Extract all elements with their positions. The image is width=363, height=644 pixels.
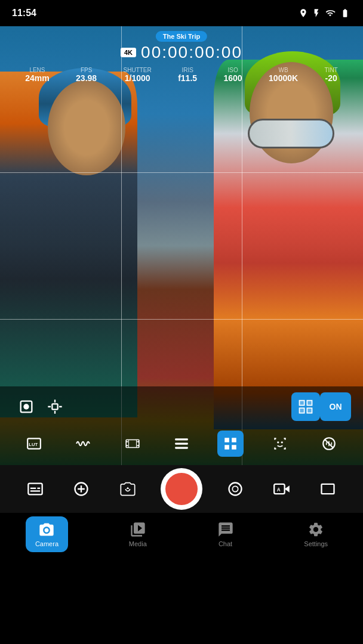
- iso-value: 1600: [224, 73, 242, 83]
- vf-top-row: ON: [0, 386, 363, 426]
- tint-label: TINT: [325, 67, 338, 73]
- info-fps: FPS 23.98: [76, 67, 97, 83]
- face-icon: [272, 436, 288, 451]
- waveform-icon: [75, 436, 91, 451]
- viewfinder: The Ski Trip 4K 00:00:00:00 LENS 24mm FP…: [0, 26, 363, 465]
- filmstrip-icon: [125, 436, 140, 451]
- device-icon: [312, 8, 321, 18]
- nav-item-chat[interactable]: Chat: [208, 516, 244, 552]
- settings-nav-icon: [307, 521, 324, 538]
- camera-info-bar: LENS 24mm FPS 23.98 SHUTTER 1/1000 IRIS …: [0, 67, 363, 83]
- fps-label: FPS: [81, 67, 92, 73]
- chat-nav-icon: [217, 521, 234, 538]
- badge-4k: 4K: [121, 48, 136, 57]
- camera-nav-label: Camera: [35, 540, 59, 547]
- lut-icon: LUT: [26, 436, 42, 451]
- anamorphic-btn[interactable]: [168, 431, 195, 457]
- block-icon-btn[interactable]: [316, 431, 342, 457]
- on-btn[interactable]: ON: [320, 392, 351, 421]
- record-button[interactable]: [161, 468, 202, 510]
- nav-item-camera[interactable]: Camera: [26, 516, 68, 552]
- svg-rect-31: [322, 484, 334, 494]
- svg-rect-5: [126, 440, 139, 448]
- svg-text:A: A: [277, 487, 281, 493]
- shutter-value: 1/1000: [125, 73, 150, 83]
- crosshair-icon: [47, 398, 63, 415]
- svg-rect-14: [175, 447, 188, 448]
- info-shutter: SHUTTER 1/1000: [124, 67, 152, 83]
- svg-point-1: [23, 404, 29, 409]
- camera-a-icon: A: [273, 481, 290, 497]
- shutter-label: SHUTTER: [124, 67, 152, 73]
- svg-rect-6: [126, 441, 128, 442]
- frame-btn[interactable]: [315, 476, 341, 502]
- face-detection-btn[interactable]: [267, 431, 293, 457]
- bottom-nav: Camera Media Chat Settings: [0, 513, 363, 561]
- info-iso: ISO 1600: [224, 67, 242, 83]
- timecode: 00:00:00:00: [141, 43, 242, 62]
- waveform-btn[interactable]: [70, 431, 96, 457]
- info-tint: TINT -20: [325, 67, 338, 83]
- status-icons: [299, 8, 351, 18]
- info-iris: IRIS f11.5: [178, 67, 197, 83]
- info-wb: WB 10000K: [269, 67, 298, 83]
- wb-label: WB: [279, 67, 288, 73]
- viewfinder-controls: ON LUT: [0, 386, 363, 465]
- media-nav-icon: [130, 521, 146, 538]
- lens-label: LENS: [29, 67, 45, 73]
- nav-item-settings[interactable]: Settings: [294, 516, 337, 552]
- nav-item-media[interactable]: Media: [119, 516, 156, 552]
- subtitle-btn[interactable]: [22, 476, 48, 502]
- camera-flip-icon: [119, 481, 136, 497]
- iris-label: IRIS: [182, 67, 193, 73]
- settings-nav-label: Settings: [304, 540, 328, 547]
- anamorphic-icon: [174, 436, 189, 451]
- wb-value: 10000K: [269, 73, 298, 83]
- timecode-bar: 4K 00:00:00:00: [0, 43, 363, 62]
- grid-active-btn[interactable]: [217, 431, 244, 457]
- lens-value: 24mm: [25, 73, 49, 83]
- camera-flip-btn[interactable]: [115, 476, 141, 502]
- camera-nav-icon: [38, 521, 55, 538]
- lens-icon: [227, 481, 244, 497]
- goggles: [248, 119, 334, 148]
- tint-value: -20: [325, 73, 337, 83]
- fps-value: 23.98: [76, 73, 97, 83]
- head-left: [48, 80, 125, 175]
- grid-toggle-btn[interactable]: [291, 392, 320, 421]
- svg-rect-13: [175, 442, 188, 444]
- wifi-icon: [325, 8, 336, 18]
- vf-bottom-row: LUT: [0, 426, 363, 465]
- media-nav-label: Media: [129, 540, 147, 547]
- svg-rect-7: [126, 445, 128, 446]
- battery-icon: [339, 8, 351, 18]
- svg-rect-8: [137, 441, 139, 442]
- iso-label: ISO: [227, 67, 238, 73]
- grid-icon: [297, 398, 314, 415]
- crosshair-btn[interactable]: [41, 392, 69, 421]
- main-controls-bar: A: [0, 465, 363, 513]
- svg-point-15: [277, 441, 279, 443]
- lens-btn[interactable]: [222, 476, 248, 502]
- filmstrip-btn[interactable]: [119, 431, 146, 457]
- add-btn[interactable]: [68, 476, 94, 502]
- svg-point-28: [233, 486, 238, 491]
- status-time: 11:54: [12, 8, 36, 18]
- svg-point-27: [229, 483, 242, 496]
- svg-rect-12: [175, 438, 188, 440]
- frame-icon: [319, 481, 336, 497]
- record-indicator-btn[interactable]: [12, 392, 41, 421]
- status-bar: 11:54: [0, 0, 363, 26]
- project-tag: The Ski Trip: [156, 31, 207, 42]
- record-dot-icon: [18, 398, 35, 415]
- camera-a-btn[interactable]: A: [269, 476, 295, 502]
- record-button-inner: [165, 473, 198, 505]
- svg-rect-2: [52, 404, 57, 409]
- svg-rect-9: [137, 445, 139, 446]
- iris-value: f11.5: [178, 73, 197, 83]
- info-lens: LENS 24mm: [25, 67, 49, 83]
- svg-point-16: [281, 441, 282, 443]
- svg-text:LUT: LUT: [29, 442, 38, 447]
- lut-btn[interactable]: LUT: [21, 431, 47, 457]
- location-icon: [299, 8, 308, 18]
